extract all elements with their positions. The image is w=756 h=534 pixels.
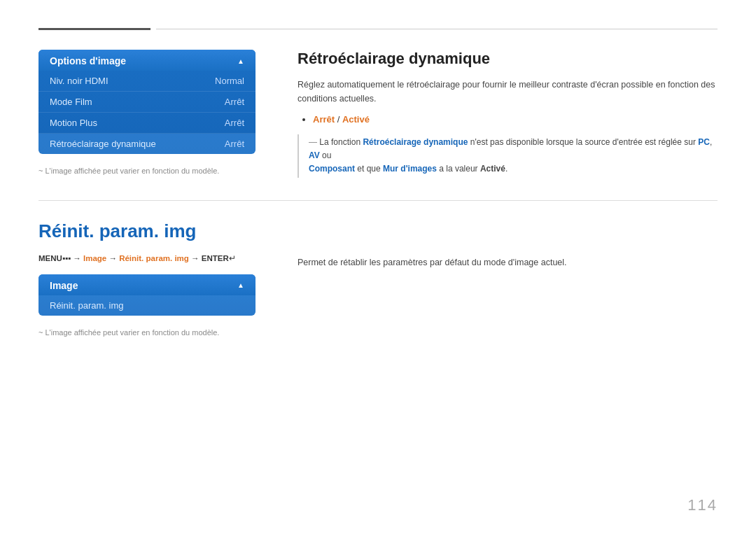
bullet-list: Arrêt / Activé bbox=[298, 114, 718, 125]
path-image: Image bbox=[83, 254, 106, 262]
path-arrow1: → bbox=[73, 254, 83, 262]
note-mur: Mur d'images bbox=[383, 164, 437, 174]
note-pc: PC bbox=[698, 137, 710, 147]
section1-title: Rétroéclairage dynamique bbox=[298, 50, 718, 68]
section2-footnote: ~ L'image affichée peut varier en foncti… bbox=[38, 328, 255, 337]
menu-item-mode-film[interactable]: Mode Film Arrêt bbox=[38, 92, 255, 113]
reinit-label: Réinit. param. img bbox=[50, 300, 123, 311]
bullet-arret-active: Arrêt / Activé bbox=[313, 114, 718, 125]
menu-card-title: Options d'image bbox=[50, 55, 126, 66]
note-text-end: a la valeur bbox=[437, 164, 480, 174]
menu-item-value: Normal bbox=[215, 76, 244, 86]
main-layout: Options d'image ▲ Niv. noir HDMI Normal … bbox=[38, 50, 718, 178]
section2-desc: Permet de rétablir les paramètres par dé… bbox=[298, 255, 718, 269]
image-card-arrow: ▲ bbox=[237, 281, 244, 289]
menu-item-value: Arrêt bbox=[225, 118, 244, 128]
top-dividers bbox=[38, 28, 718, 30]
options-image-card: Options d'image ▲ Niv. noir HDMI Normal … bbox=[38, 50, 255, 154]
left-column-section2: Réinit. param. img MENU▪▪▪ → Image → Réi… bbox=[38, 220, 255, 337]
divider-dark bbox=[38, 28, 150, 30]
section1-desc: Réglez automatiquement le rétroéclairage… bbox=[298, 78, 718, 106]
note-block: — La fonction Rétroéclairage dynamique n… bbox=[298, 134, 718, 178]
path-arrow2: → bbox=[108, 254, 119, 262]
note-composant: Composant bbox=[309, 164, 355, 174]
menu-card-arrow: ▲ bbox=[237, 57, 244, 65]
note-comma: , bbox=[710, 137, 712, 147]
path-arrow3: → bbox=[191, 254, 202, 262]
section2-title: Réinit. param. img bbox=[38, 220, 255, 242]
menu-path: MENU▪▪▪ → Image → Réinit. param. img → E… bbox=[38, 253, 255, 263]
menu-item-label: Niv. noir HDMI bbox=[50, 76, 108, 86]
right-column-section2: Permet de rétablir les paramètres par dé… bbox=[298, 220, 718, 337]
menu-item-value: Arrêt bbox=[225, 139, 244, 149]
menu-item-label: Rétroéclairage dynamique bbox=[50, 139, 156, 149]
menu-item-value: Arrêt bbox=[225, 97, 244, 107]
menu-item-label: Motion Plus bbox=[50, 118, 97, 128]
note-active: Activé bbox=[480, 164, 505, 174]
enter-icon: ↵ bbox=[229, 254, 236, 262]
page-container: Options d'image ▲ Niv. noir HDMI Normal … bbox=[0, 0, 756, 534]
path-reinit: Réinit. param. img bbox=[119, 254, 189, 262]
image-card-header: Image ▲ bbox=[38, 274, 255, 295]
note-text-start: La fonction bbox=[319, 137, 363, 147]
left-column-section1: Options d'image ▲ Niv. noir HDMI Normal … bbox=[38, 50, 255, 178]
divider-light bbox=[156, 29, 718, 29]
menu-item-label: Mode Film bbox=[50, 97, 92, 107]
path-enter: ENTER bbox=[202, 254, 229, 262]
menu-item-retroeclairage[interactable]: Rétroéclairage dynamique Arrêt bbox=[38, 134, 255, 154]
menu-item-motion-plus[interactable]: Motion Plus Arrêt bbox=[38, 113, 255, 134]
text-arret: Arrêt bbox=[313, 114, 335, 125]
section-divider bbox=[38, 200, 718, 201]
menu-icon: ▪▪▪ bbox=[62, 254, 71, 262]
note-dash: — bbox=[309, 137, 317, 147]
note-function: Rétroéclairage dynamique bbox=[363, 137, 468, 147]
bullet-separator: / bbox=[335, 114, 342, 125]
menu-label: MENU bbox=[38, 254, 62, 262]
note-text-mid3: et que bbox=[355, 164, 383, 174]
note-text-mid: n'est pas disponible lorsque la source d… bbox=[468, 137, 698, 147]
image-card: Image ▲ Réinit. param. img bbox=[38, 274, 255, 316]
note-period: . bbox=[505, 164, 507, 174]
note-av: AV bbox=[309, 150, 320, 160]
menu-card-header: Options d'image ▲ bbox=[38, 50, 255, 71]
page-number: 114 bbox=[687, 496, 718, 514]
note-text-mid2: ou bbox=[320, 150, 332, 160]
menu-item-niv-noir[interactable]: Niv. noir HDMI Normal bbox=[38, 71, 255, 92]
bottom-layout: Réinit. param. img MENU▪▪▪ → Image → Réi… bbox=[38, 220, 718, 337]
text-active: Activé bbox=[342, 114, 370, 125]
right-column-section1: Rétroéclairage dynamique Réglez automati… bbox=[298, 50, 718, 178]
section1-footnote: ~ L'image affichée peut varier en foncti… bbox=[38, 167, 255, 175]
menu-item-reinit[interactable]: Réinit. param. img bbox=[38, 295, 255, 316]
image-card-title: Image bbox=[50, 280, 78, 291]
